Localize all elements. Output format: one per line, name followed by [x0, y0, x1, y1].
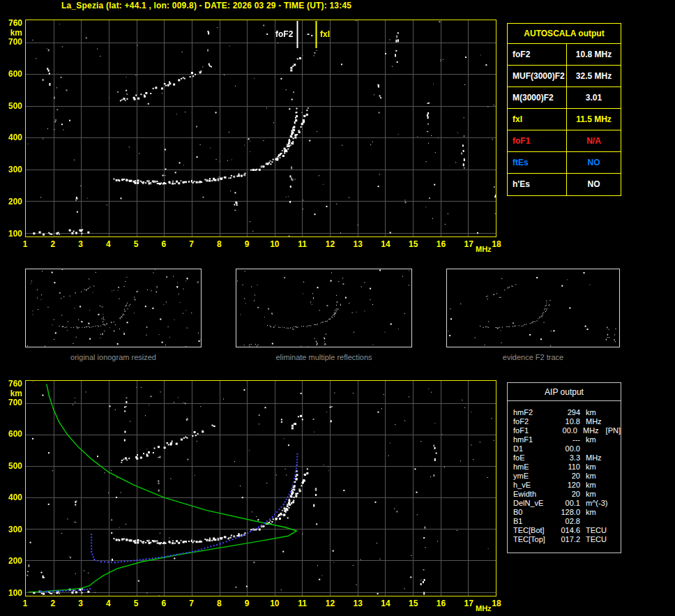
- x-tick-label: 16: [432, 239, 449, 249]
- y-tick-label: 600: [1, 429, 22, 439]
- aip-row: Ewidth20km: [513, 490, 621, 499]
- aip-table-rows: hmF2294kmfoF210.8MHzfoF100.0MHz[PN]hmF1-…: [508, 401, 621, 544]
- autoscala-row: M(3000)F23.01: [508, 87, 621, 109]
- autoscala-row-label: foF2: [508, 44, 567, 65]
- y-axis-unit-label: km: [1, 28, 22, 38]
- aip-unit: TECU: [586, 535, 607, 544]
- x-tick-label: 5: [128, 599, 144, 608]
- aip-label: hmF1: [513, 435, 554, 444]
- x-tick-label: 12: [321, 599, 338, 608]
- x-tick-label: 10: [266, 239, 283, 249]
- autoscala-row-label: foF1: [508, 130, 567, 151]
- aip-label: foF1: [513, 426, 552, 435]
- aip-value: 014.6: [554, 526, 580, 535]
- x-tick-label: 1: [17, 599, 33, 608]
- aip-row: DelN_vE00.1m^(-3): [513, 499, 621, 508]
- y-tick-label: 600: [1, 69, 22, 79]
- aip-table-header: AIP output: [508, 383, 621, 401]
- x-tick-label: 13: [349, 239, 366, 249]
- aip-unit: MHz: [583, 426, 599, 435]
- aip-unit: km: [586, 463, 596, 472]
- thumbnail-no-multiples: [236, 269, 412, 347]
- aip-label: TEC[Top]: [513, 535, 554, 544]
- aip-value: 00.0: [554, 444, 580, 453]
- y-tick-label: 300: [1, 525, 22, 534]
- y-tick-label: 300: [1, 165, 22, 174]
- x-tick-label: 2: [45, 239, 61, 249]
- x-tick-label: 14: [377, 599, 394, 608]
- aip-value: 20: [554, 490, 580, 499]
- x-tick-label: 12: [321, 239, 338, 249]
- y-tick-label: 700: [1, 398, 22, 407]
- x-tick-label: 3: [73, 239, 89, 249]
- y-tick-label: 500: [1, 461, 22, 471]
- x-tick-label: 3: [73, 599, 89, 608]
- y-tick-label: 100: [1, 588, 22, 598]
- aip-unit: km: [586, 472, 596, 481]
- x-tick-label: 16: [432, 599, 449, 608]
- ionogram-plot-top: [25, 20, 496, 237]
- x-tick-label: 6: [156, 239, 172, 249]
- x-tick-label: 11: [294, 239, 311, 249]
- aip-row: TEC[Top]017.2TECU: [513, 535, 621, 544]
- autoscala-row: foF1N/A: [508, 130, 621, 152]
- autoscala-table-rows: foF210.8 MHzMUF(3000)F232.5 MHzM(3000)F2…: [508, 44, 621, 195]
- aip-label: hmE: [513, 463, 554, 472]
- x-tick-label: 4: [100, 599, 116, 608]
- aip-row: ymE20km: [513, 472, 621, 481]
- aip-value: 017.2: [554, 535, 580, 544]
- aip-row: hmF2294km: [513, 408, 621, 417]
- x-tick-label: 4: [100, 239, 116, 249]
- aip-value: 3.3: [554, 453, 580, 463]
- aip-unit: m^(-3): [586, 499, 607, 508]
- x-tick-label: 14: [377, 239, 394, 249]
- aip-row: B0128.0km: [513, 508, 621, 517]
- x-tick-label: 10: [266, 599, 283, 608]
- aip-row: B102.8: [513, 517, 621, 526]
- y-tick-label: 100: [1, 229, 22, 239]
- x-axis-unit-label: MHz: [476, 604, 492, 613]
- autoscala-row: MUF(3000)F232.5 MHz: [508, 66, 621, 87]
- aip-unit: km: [586, 435, 596, 444]
- aip-label: B0: [513, 508, 554, 517]
- autoscala-table-header: AUTOSCALA output: [508, 24, 621, 44]
- aip-label: DelN_vE: [513, 499, 554, 508]
- aip-table: AIP output hmF2294kmfoF210.8MHzfoF100.0M…: [507, 382, 621, 553]
- autoscala-row-value: NO: [567, 174, 621, 195]
- x-tick-label: 17: [460, 239, 477, 249]
- x-tick-label: 11: [294, 599, 311, 608]
- x-tick-label: 15: [405, 239, 422, 249]
- aip-value: 120: [554, 481, 580, 490]
- autoscala-row-label: MUF(3000)F2: [508, 66, 567, 87]
- thumbnail-no-multiples-caption: eliminate multiple reflections: [236, 353, 412, 361]
- x-tick-label: 7: [183, 239, 200, 249]
- x-axis-unit-label: MHz: [476, 245, 492, 253]
- autoscala-row-value: 32.5 MHz: [567, 66, 621, 87]
- aip-unit: km: [586, 508, 596, 517]
- y-axis-unit-label: km: [1, 389, 22, 398]
- ionogram-bottom-canvas: [26, 381, 496, 596]
- aip-label: ymE: [513, 472, 554, 481]
- x-tick-label: 15: [405, 599, 422, 608]
- autoscala-row: ftEsNO: [508, 152, 621, 174]
- autoscala-table: AUTOSCALA output foF210.8 MHzMUF(3000)F2…: [507, 23, 621, 196]
- aip-value: 128.0: [554, 508, 580, 517]
- aip-row: foF100.0MHz[PN]: [513, 426, 621, 435]
- y-tick-label: 200: [1, 197, 22, 206]
- x-tick-label: 13: [349, 599, 366, 608]
- aip-row: TEC[Bot]014.6TECU: [513, 526, 621, 535]
- autoscala-window: La_Spezia (lat: +44.1 , lon: 009.8) - DA…: [0, 0, 675, 616]
- aip-label: TEC[Bot]: [513, 526, 554, 535]
- aip-extra: [PN]: [606, 426, 621, 435]
- aip-row: hmF1---km: [513, 435, 621, 444]
- autoscala-row-value: 11.5 MHz: [567, 109, 621, 130]
- aip-value: 20: [554, 472, 580, 481]
- y-tick-label: 700: [1, 37, 22, 47]
- ionogram-plot-bottom: [25, 380, 496, 596]
- y-tick-label: 200: [1, 556, 22, 566]
- aip-value: 294: [554, 408, 580, 417]
- x-tick-label: 17: [460, 599, 477, 608]
- autoscala-row-label: fxI: [508, 109, 567, 130]
- y-tick-label: 400: [1, 493, 22, 502]
- thumbnail-f2-trace-canvas: [447, 269, 619, 347]
